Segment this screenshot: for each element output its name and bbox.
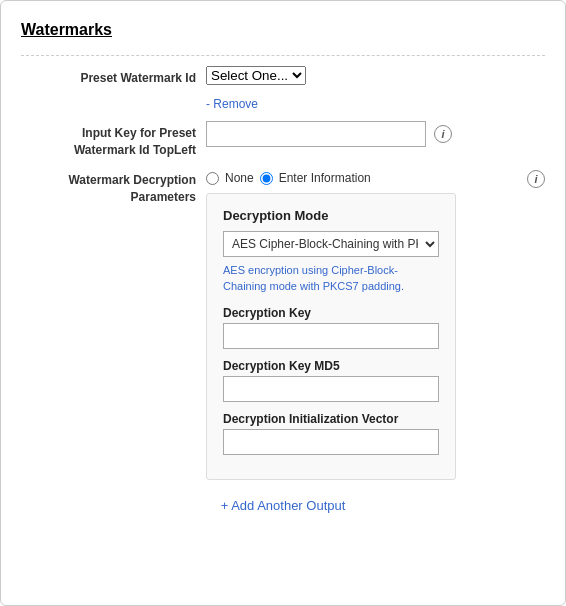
input-key-field[interactable]: [206, 121, 426, 147]
decryption-key-field[interactable]: [223, 323, 439, 349]
decryption-iv-group: Decryption Initialization Vector: [223, 412, 439, 455]
decryption-info-icon[interactable]: i: [527, 170, 545, 188]
decryption-key-md5-label: Decryption Key MD5: [223, 359, 439, 373]
input-key-info-icon[interactable]: i: [434, 125, 452, 143]
radio-enter-label: Enter Information: [279, 171, 371, 185]
watermark-params-content: None Enter Information Decryption Mode A…: [206, 168, 545, 480]
preset-watermark-control: Select One...Option 1Option 2: [206, 66, 545, 85]
decryption-radio-group: None Enter Information: [206, 168, 519, 185]
preset-watermark-label: Preset Watermark Id: [21, 66, 206, 87]
radio-none[interactable]: [206, 172, 219, 185]
decryption-iv-field[interactable]: [223, 429, 439, 455]
input-key-control: i: [206, 121, 545, 147]
remove-link[interactable]: - Remove: [206, 97, 545, 111]
watermark-decryption-label: Watermark Decryption Parameters: [21, 168, 206, 206]
decryption-mode-select[interactable]: AES Cipher-Block-Chaining with PKCS7AES …: [223, 231, 439, 257]
decryption-iv-label: Decryption Initialization Vector: [223, 412, 439, 426]
decryption-hint: AES encryption using Cipher-Block-Chaini…: [223, 263, 439, 294]
decryption-key-group: Decryption Key: [223, 306, 439, 349]
decryption-box: Decryption Mode AES Cipher-Block-Chainin…: [206, 193, 456, 480]
decryption-mode-title: Decryption Mode: [223, 208, 439, 223]
watermark-decryption-row: Watermark Decryption Parameters None Ent…: [21, 168, 545, 480]
radio-none-label: None: [225, 171, 254, 185]
decryption-key-label: Decryption Key: [223, 306, 439, 320]
radio-enter[interactable]: [260, 172, 273, 185]
decryption-key-md5-field[interactable]: [223, 376, 439, 402]
watermarks-form: Preset Watermark Id Select One...Option …: [21, 55, 545, 480]
preset-watermark-select[interactable]: Select One...Option 1Option 2: [206, 66, 306, 85]
input-key-row: Input Key for Preset Watermark Id TopLef…: [21, 121, 545, 159]
page-title: Watermarks: [21, 21, 545, 39]
preset-watermark-row: Preset Watermark Id Select One...Option …: [21, 66, 545, 87]
add-output-link[interactable]: + Add Another Output: [21, 498, 545, 513]
input-key-label: Input Key for Preset Watermark Id TopLef…: [21, 121, 206, 159]
decryption-key-md5-group: Decryption Key MD5: [223, 359, 439, 402]
